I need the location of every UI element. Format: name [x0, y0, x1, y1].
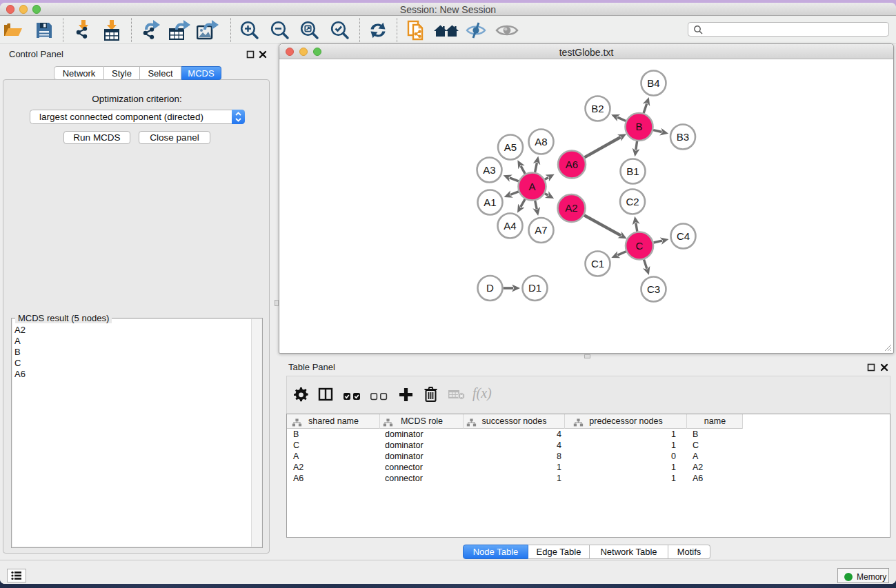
- svg-text:A5: A5: [504, 141, 517, 153]
- svg-text:B: B: [635, 121, 642, 132]
- svg-text:A: A: [528, 181, 535, 192]
- svg-text:C1: C1: [591, 258, 604, 270]
- svg-text:C4: C4: [677, 230, 690, 242]
- svg-text:C3: C3: [647, 283, 660, 295]
- svg-text:A8: A8: [535, 136, 547, 148]
- svg-text:B4: B4: [647, 77, 659, 89]
- svg-text:C2: C2: [626, 196, 639, 207]
- svg-text:A6: A6: [566, 159, 578, 170]
- svg-text:B2: B2: [591, 103, 604, 114]
- svg-text:C: C: [636, 240, 644, 252]
- svg-text:D1: D1: [528, 282, 541, 294]
- svg-text:A4: A4: [504, 220, 516, 232]
- svg-text:A7: A7: [535, 224, 547, 236]
- svg-text:A3: A3: [483, 164, 495, 176]
- svg-text:D: D: [486, 282, 494, 294]
- svg-text:B3: B3: [677, 131, 689, 143]
- svg-text:B1: B1: [626, 165, 639, 177]
- svg-text:A2: A2: [565, 202, 577, 214]
- svg-text:A1: A1: [484, 196, 496, 208]
